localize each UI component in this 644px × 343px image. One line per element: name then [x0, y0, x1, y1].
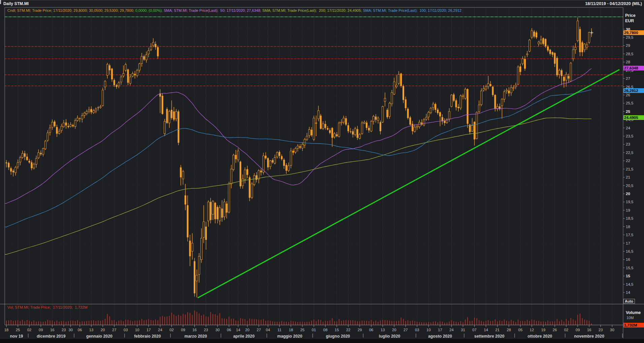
svg-text:16,5: 16,5 — [626, 249, 633, 253]
svg-text:23: 23 — [599, 328, 603, 332]
svg-text:27: 27 — [257, 328, 261, 332]
svg-text:29,5: 29,5 — [626, 35, 633, 39]
svg-text:25: 25 — [300, 328, 304, 332]
svg-text:25,5: 25,5 — [626, 101, 633, 105]
svg-text:19,5: 19,5 — [626, 200, 633, 204]
svg-text:17,5: 17,5 — [626, 233, 633, 237]
svg-text:16: 16 — [626, 257, 630, 261]
svg-text:21: 21 — [495, 328, 500, 332]
svg-text:29: 29 — [626, 43, 630, 48]
svg-text:giugno 2020: giugno 2020 — [326, 334, 350, 339]
svg-text:Volume: Volume — [626, 310, 641, 315]
svg-text:29,7800: 29,7800 — [624, 31, 638, 35]
svg-text:27: 27 — [626, 76, 630, 81]
svg-text:02: 02 — [27, 328, 32, 332]
svg-text:25: 25 — [626, 110, 630, 114]
svg-text:23,5: 23,5 — [626, 134, 633, 138]
svg-text:02: 02 — [169, 328, 174, 332]
svg-text:15: 15 — [626, 274, 630, 278]
svg-text:03: 03 — [124, 328, 128, 332]
svg-text:maggio 2020: maggio 2020 — [277, 334, 302, 339]
svg-text:09: 09 — [576, 328, 580, 332]
svg-text:03: 03 — [415, 328, 419, 332]
svg-text:21: 21 — [626, 175, 630, 179]
svg-text:14,5: 14,5 — [626, 282, 633, 286]
svg-text:EUR: EUR — [625, 19, 634, 23]
svg-text:04: 04 — [266, 328, 270, 332]
svg-text:24,4905: 24,4905 — [624, 116, 638, 120]
svg-text:16: 16 — [587, 328, 591, 332]
svg-text:10M: 10M — [626, 316, 634, 320]
svg-text:nov 19: nov 19 — [10, 334, 23, 339]
svg-text:01: 01 — [312, 328, 316, 332]
svg-text:26: 26 — [626, 93, 630, 97]
svg-text:18,5: 18,5 — [626, 216, 633, 220]
svg-text:10: 10 — [135, 328, 139, 332]
svg-text:23: 23 — [204, 328, 208, 332]
svg-text:luglio 2020: luglio 2020 — [379, 334, 400, 339]
svg-text:Auto: Auto — [625, 299, 633, 303]
svg-text:ottobre 2020: ottobre 2020 — [527, 334, 552, 339]
svg-text:17: 17 — [626, 241, 630, 245]
svg-text:18/11/2019 - 04/12/2020 (MIL): 18/11/2019 - 04/12/2020 (MIL) — [585, 1, 642, 6]
svg-text:30: 30 — [68, 328, 73, 332]
svg-text:24: 24 — [626, 126, 630, 130]
svg-text:10: 10 — [426, 328, 431, 332]
svg-text:05: 05 — [518, 328, 523, 332]
svg-text:13: 13 — [381, 328, 385, 332]
svg-text:20: 20 — [392, 328, 396, 332]
svg-text:07: 07 — [472, 328, 477, 332]
svg-text:18: 18 — [626, 225, 630, 229]
svg-text:17: 17 — [147, 328, 151, 332]
svg-text:31: 31 — [461, 328, 465, 332]
svg-text:26: 26 — [553, 328, 557, 332]
svg-text:30: 30 — [215, 328, 220, 332]
svg-text:gennaio 2020: gennaio 2020 — [86, 334, 112, 339]
svg-text:06: 06 — [227, 328, 231, 332]
svg-text:1,732M: 1,732M — [624, 323, 637, 327]
svg-text:17: 17 — [438, 328, 442, 332]
svg-text:Daily STM.MI: Daily STM.MI — [3, 1, 29, 6]
svg-text:09: 09 — [181, 328, 185, 332]
svg-text:26,2912: 26,2912 — [624, 89, 638, 93]
svg-text:20: 20 — [626, 192, 630, 196]
svg-text:14: 14 — [484, 328, 488, 332]
svg-text:22,5: 22,5 — [626, 151, 633, 155]
svg-text:25: 25 — [16, 328, 20, 332]
svg-text:20,5: 20,5 — [626, 184, 633, 188]
svg-text:settembre 2020: settembre 2020 — [474, 334, 505, 339]
svg-text:Price: Price — [625, 13, 636, 18]
svg-text:22: 22 — [626, 159, 630, 163]
svg-text:19: 19 — [541, 328, 546, 332]
svg-text:18: 18 — [4, 328, 9, 332]
svg-text:12: 12 — [530, 328, 534, 332]
svg-text:agosto 2020: agosto 2020 — [428, 334, 452, 339]
svg-text:16: 16 — [192, 328, 197, 332]
svg-text:23: 23 — [62, 328, 66, 332]
svg-text:Vol; STM.MI; Trade Price; 17/: Vol; STM.MI; Trade Price; 17/11/2020; 1,… — [7, 305, 88, 309]
svg-text:06: 06 — [369, 328, 374, 332]
svg-text:Cndl; STM.MI; Trade Price; 17/: Cndl; STM.MI; Trade Price; 17/11/2020; 2… — [7, 8, 461, 12]
svg-text:24: 24 — [158, 328, 162, 332]
svg-text:23: 23 — [626, 142, 630, 146]
svg-text:19: 19 — [626, 208, 630, 212]
svg-text:marzo 2020: marzo 2020 — [185, 334, 207, 339]
svg-text:27: 27 — [112, 328, 117, 332]
svg-text:08: 08 — [323, 328, 328, 332]
svg-text:29: 29 — [358, 328, 362, 332]
svg-text:16: 16 — [50, 328, 55, 332]
svg-text:13: 13 — [89, 328, 94, 332]
svg-text:febbraio 2020: febbraio 2020 — [134, 334, 161, 339]
svg-text:14: 14 — [236, 328, 240, 332]
svg-text:24: 24 — [449, 328, 454, 332]
svg-text:21,5: 21,5 — [626, 167, 633, 171]
svg-text:27: 27 — [404, 328, 408, 332]
svg-text:28: 28 — [626, 60, 630, 64]
svg-text:11: 11 — [278, 328, 282, 332]
svg-text:15,5: 15,5 — [626, 266, 633, 270]
svg-text:novembre 2020: novembre 2020 — [574, 334, 604, 339]
svg-text:28: 28 — [507, 328, 511, 332]
svg-text:18: 18 — [289, 328, 293, 332]
svg-text:28,5: 28,5 — [626, 52, 633, 56]
svg-text:20: 20 — [245, 328, 250, 332]
